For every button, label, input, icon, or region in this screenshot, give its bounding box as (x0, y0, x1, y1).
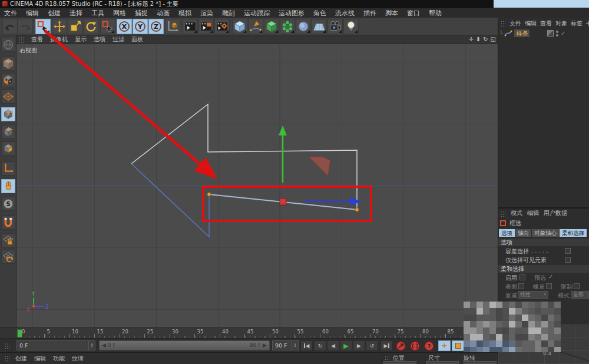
main-menu-item-7[interactable]: 动画 (157, 9, 170, 18)
visible-only-checkbox[interactable] (565, 257, 571, 263)
render-to-picture-viewer-button[interactable] (198, 19, 214, 34)
section-soft-selection[interactable]: 柔和选择 (498, 265, 589, 273)
main-menu-item-17[interactable]: 窗口 (407, 9, 420, 18)
move-tool-button[interactable] (52, 19, 67, 34)
am-menu-item-1[interactable]: 编辑 (527, 209, 539, 217)
light-button[interactable] (343, 19, 359, 34)
workplane-mode-button[interactable] (1, 90, 15, 104)
material-menu-item-3[interactable]: 纹理 (72, 355, 84, 363)
spline-arrow-outline-white[interactable] (131, 104, 357, 210)
viewport-menu-item-1[interactable]: 摄像机 (50, 35, 68, 44)
polygons-mode-button[interactable] (1, 141, 15, 155)
lock-workplane-button[interactable] (1, 233, 15, 247)
subdivision-surface-button[interactable] (264, 19, 279, 34)
go-to-end-button[interactable]: ▶ (380, 340, 393, 351)
viewport-menu-item-4[interactable]: 过滤 (112, 35, 124, 44)
render-view-button[interactable] (183, 19, 198, 34)
material-menu-item-2[interactable]: 功能 (53, 355, 65, 363)
material-manager-handle[interactable] (5, 356, 10, 362)
main-menu-item-5[interactable]: 网格 (113, 9, 126, 18)
attribute-tab-1[interactable]: 轴向 (515, 229, 531, 237)
om-menu-item-5[interactable]: 书签 (586, 19, 589, 28)
enable-snap-button[interactable] (1, 216, 15, 230)
om-menu-item-3[interactable]: 对象 (555, 19, 567, 28)
surface-checkbox[interactable] (518, 283, 524, 289)
viewport-menu-item-5[interactable]: 面板 (131, 35, 143, 44)
object-manager-handle[interactable] (501, 21, 506, 27)
undo-view-button[interactable] (1, 38, 15, 52)
next-frame-button[interactable]: ▶ (353, 340, 365, 351)
attribute-manager-handle[interactable] (501, 210, 506, 217)
previous-frame-button[interactable]: ◀ (327, 340, 339, 351)
spinner-icon[interactable]: ↕ (88, 341, 95, 350)
enabled-check-icon[interactable]: ✓ (561, 31, 565, 37)
floor-button[interactable] (312, 19, 327, 34)
frame-range-slider[interactable]: ◀ 0 F 90 F ▶ (99, 340, 270, 350)
eraser-checkbox[interactable] (546, 283, 552, 289)
record-scale-toggle[interactable] (452, 340, 464, 351)
main-menu-item-18[interactable]: 帮助 (429, 9, 442, 18)
edges-mode-button[interactable] (1, 125, 15, 139)
timeline-ruler[interactable]: 0510152025303540455055606570758085 (16, 327, 498, 338)
lock-x-axis-button[interactable]: X (117, 19, 132, 34)
texture-mode-button[interactable] (1, 73, 15, 87)
camera-button[interactable] (327, 19, 343, 34)
main-menu-item-16[interactable]: 脚本 (385, 9, 398, 18)
snap-s-button[interactable]: S (1, 197, 15, 211)
mode-dropdown[interactable]: 全部 (571, 291, 589, 299)
visibility-dots-icon[interactable] (556, 31, 558, 37)
main-menu-item-9[interactable]: 渲染 (200, 9, 213, 18)
lock-z-axis-button[interactable]: Z (148, 19, 164, 34)
limit-checkbox[interactable] (574, 283, 580, 289)
am-menu-item-0[interactable]: 模式 (511, 209, 522, 217)
viewport-zoom-icon[interactable]: ⬍ (476, 36, 481, 42)
viewport-solo-button[interactable] (1, 179, 15, 193)
om-menu-item-2[interactable]: 查看 (540, 19, 552, 28)
spline-arrow-outline-blue[interactable] (131, 164, 209, 237)
viewport-menu-handle[interactable] (19, 37, 24, 43)
layer-tag-icon[interactable] (547, 30, 554, 37)
main-menu-item-2[interactable]: 创建 (48, 9, 61, 18)
main-menu-item-6[interactable]: 捕捉 (135, 9, 148, 18)
om-menu-item-4[interactable]: 标签 (571, 19, 583, 28)
viewport-menu-item-2[interactable]: 显示 (75, 35, 87, 44)
main-menu-item-3[interactable]: 选择 (70, 9, 82, 18)
keyframe-selection-button[interactable]: ? (423, 340, 435, 351)
main-menu-item-12[interactable]: 运动图形 (279, 9, 305, 18)
preselect-checkmark[interactable]: ✓ (548, 273, 553, 280)
om-menu-item-0[interactable]: 文件 (509, 19, 521, 28)
attribute-tab-0[interactable]: 选项 (499, 229, 515, 237)
go-to-start-button[interactable]: ◀ (300, 340, 313, 351)
viewport-menu-item-3[interactable]: 选项 (94, 35, 105, 44)
viewport-right-view[interactable]: 查看摄像机显示选项过滤面板 ✛ ⬍ ↻ ◱ 右视图 (16, 35, 498, 327)
end-frame-field[interactable]: 90 F ↕ (272, 340, 299, 350)
main-menu-item-10[interactable]: 雕刻 (222, 9, 235, 18)
main-menu-item-4[interactable]: 工具 (91, 9, 104, 18)
model-mode-button[interactable] (1, 57, 15, 71)
main-menu-item-13[interactable]: 角色 (313, 9, 326, 18)
rotate-tool-button[interactable] (84, 19, 99, 34)
main-menu-item-15[interactable]: 插件 (363, 9, 376, 18)
main-menu-item-1[interactable]: 编辑 (26, 9, 39, 18)
viewport-rotate-icon[interactable]: ↻ (483, 36, 488, 42)
gizmo-z-arrowhead[interactable] (350, 197, 362, 206)
add-primitive-cube-button[interactable] (232, 19, 247, 34)
om-menu-item-1[interactable]: 编辑 (525, 19, 537, 28)
enable-checkbox[interactable] (519, 274, 525, 280)
redo-button[interactable] (18, 19, 33, 34)
coordinate-system-button[interactable] (165, 19, 180, 34)
section-options[interactable]: 选项 (498, 239, 589, 246)
play-loop-button[interactable]: ↺ (366, 340, 378, 351)
lock-y-axis-button[interactable]: Y (133, 19, 148, 34)
attribute-tab-3[interactable]: 柔和选择 (560, 229, 587, 237)
deformer-button[interactable] (280, 19, 295, 34)
scale-tool-button[interactable] (68, 19, 83, 34)
align-workplane-button[interactable] (1, 250, 15, 264)
viewport-maximize-icon[interactable]: ◱ (491, 36, 496, 42)
points-mode-button[interactable] (1, 107, 15, 121)
object-name-label[interactable]: 样条 (514, 29, 530, 37)
environment-button[interactable] (296, 19, 311, 34)
spline-point-end[interactable] (355, 208, 359, 211)
rotation-field[interactable] (464, 361, 497, 364)
record-keyframe-button[interactable] (395, 340, 407, 351)
